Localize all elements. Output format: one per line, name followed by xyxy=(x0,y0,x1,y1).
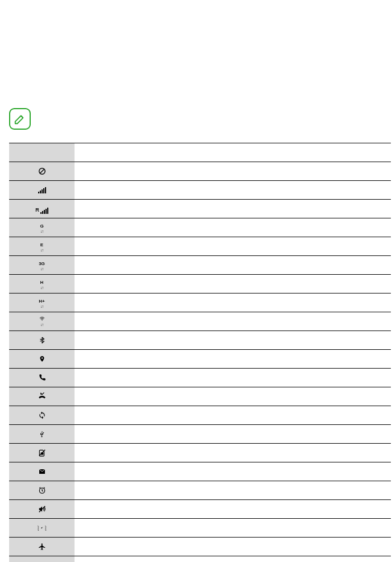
icon-cell: H↓↑ xyxy=(9,275,75,294)
icon-cell xyxy=(9,538,75,556)
icon-cell xyxy=(9,500,75,519)
alarm-icon xyxy=(37,485,47,495)
table-row xyxy=(9,406,391,425)
desc-cell xyxy=(75,200,391,218)
table-row xyxy=(9,387,391,406)
table-row xyxy=(9,462,391,481)
table-row: ↓↑ xyxy=(9,312,391,331)
desc-cell xyxy=(75,462,391,481)
desc-cell xyxy=(75,256,391,275)
desc-cell xyxy=(75,294,391,312)
icon-cell xyxy=(9,181,75,200)
table-row xyxy=(9,538,391,556)
desc-cell xyxy=(75,350,391,369)
3g-icon: 3G↓↑ xyxy=(39,262,45,271)
table-row xyxy=(9,556,391,563)
icon-cell xyxy=(9,556,75,563)
icon-cell: 3G↓↑ xyxy=(9,256,75,275)
icon-cell xyxy=(9,350,75,369)
table-row: H+↓↑ xyxy=(9,294,391,312)
table-row xyxy=(9,162,391,181)
desc-cell xyxy=(75,162,391,181)
table-row xyxy=(9,331,391,350)
icon-cell xyxy=(9,331,75,350)
desc-cell xyxy=(75,519,391,538)
table-row: R xyxy=(9,200,391,218)
icon-cell: ⦚ ⦚ xyxy=(9,519,75,538)
desc-cell xyxy=(75,406,391,425)
desc-cell xyxy=(75,556,391,563)
icon-cell xyxy=(9,369,75,387)
icon-cell xyxy=(9,425,75,444)
svg-point-2 xyxy=(42,320,42,320)
icon-cell: E↓↑ xyxy=(9,237,75,256)
hsdpa-icon: H↓↑ xyxy=(40,280,44,290)
header-desc-cell xyxy=(75,143,391,162)
desc-cell xyxy=(75,331,391,350)
icon-cell: R xyxy=(9,200,75,218)
bluetooth-icon xyxy=(37,335,47,345)
icon-cell: G↓↑ xyxy=(9,218,75,237)
wifi-icon: ↓↑ xyxy=(38,316,46,327)
icon-cell xyxy=(9,387,75,406)
desc-cell xyxy=(75,237,391,256)
no-sim-icon xyxy=(37,448,47,458)
hsdpa-plus-icon: H+↓↑ xyxy=(39,299,44,308)
desc-cell xyxy=(75,425,391,444)
indicator-icons-table: R G↓↑ E↓↑ xyxy=(9,143,391,562)
desc-cell xyxy=(75,275,391,294)
icon-cell xyxy=(9,444,75,462)
silent-icon xyxy=(37,504,47,514)
message-icon xyxy=(37,466,47,477)
desc-cell xyxy=(75,538,391,556)
flight-mode-icon xyxy=(37,542,47,552)
no-signal-icon xyxy=(37,166,47,176)
icon-cell: ↓↑ xyxy=(9,312,75,331)
table-row xyxy=(9,500,391,519)
table-row xyxy=(9,425,391,444)
vibrate-icon: ⦚ ⦚ xyxy=(37,523,47,533)
signal-icon xyxy=(37,185,47,195)
edge-icon: E↓↑ xyxy=(40,243,43,252)
desc-cell xyxy=(75,481,391,500)
table-row xyxy=(9,369,391,387)
table-row: G↓↑ xyxy=(9,218,391,237)
table-row: E↓↑ xyxy=(9,237,391,256)
table-row xyxy=(9,181,391,200)
desc-cell xyxy=(75,181,391,200)
icon-cell xyxy=(9,162,75,181)
svg-line-1 xyxy=(39,169,44,173)
call-icon xyxy=(37,373,47,383)
svg-point-4 xyxy=(43,432,44,433)
table-header-row xyxy=(9,143,391,162)
table-row: 3G↓↑ xyxy=(9,256,391,275)
missed-call-icon xyxy=(37,391,47,402)
desc-cell xyxy=(75,444,391,462)
table-row xyxy=(9,444,391,462)
table-row xyxy=(9,350,391,369)
sync-icon xyxy=(37,410,47,420)
icon-cell xyxy=(9,406,75,425)
gps-icon xyxy=(37,354,47,364)
note-icon xyxy=(9,108,31,130)
gprs-icon: G↓↑ xyxy=(40,224,43,233)
desc-cell xyxy=(75,369,391,387)
desc-cell xyxy=(75,387,391,406)
desc-cell xyxy=(75,312,391,331)
desc-cell xyxy=(75,500,391,519)
icon-cell xyxy=(9,481,75,500)
svg-point-3 xyxy=(41,357,43,359)
desc-cell xyxy=(75,218,391,237)
roaming-icon: R xyxy=(37,204,47,214)
table-row: H↓↑ xyxy=(9,275,391,294)
icon-cell xyxy=(9,462,75,481)
header-icon-cell xyxy=(9,143,75,162)
icon-cell: H+↓↑ xyxy=(9,294,75,312)
table-row xyxy=(9,481,391,500)
usb-icon xyxy=(37,429,47,439)
table-row: ⦚ ⦚ xyxy=(9,519,391,538)
